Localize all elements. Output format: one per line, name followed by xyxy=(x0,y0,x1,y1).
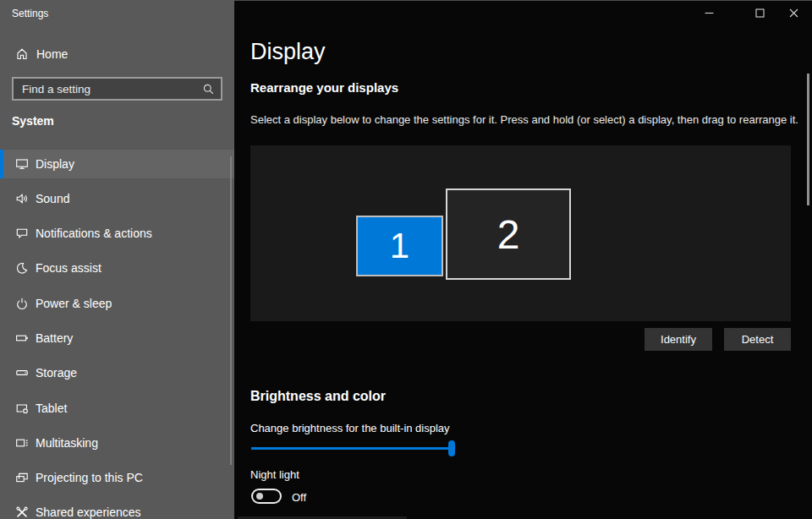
night-light-label: Night light xyxy=(250,468,299,481)
sidebar-item-shared-experiences[interactable]: Shared experiences xyxy=(0,498,234,519)
selected-accent-bar xyxy=(0,150,3,178)
sidebar-item-label: Battery xyxy=(36,331,73,345)
notifications-icon xyxy=(15,227,29,240)
sidebar-section-system: System xyxy=(12,114,54,128)
night-light-toggle[interactable] xyxy=(251,489,282,504)
focus-assist-icon xyxy=(15,261,29,275)
rearrange-heading: Rearrange your displays xyxy=(250,80,398,95)
sidebar-item-projecting[interactable]: Projecting to this PC xyxy=(0,463,234,492)
display-icon xyxy=(15,157,29,171)
rearrange-description: Select a display below to change the set… xyxy=(250,113,798,126)
brightness-slider-label: Change brightness for the built-in displ… xyxy=(250,422,450,434)
maximize-button[interactable] xyxy=(743,0,776,25)
sidebar-item-notifications[interactable]: Notifications & actions xyxy=(0,219,234,248)
sidebar-item-label: Power & sleep xyxy=(36,297,112,310)
sidebar-item-label: Notifications & actions xyxy=(36,227,152,240)
detect-button[interactable]: Detect xyxy=(724,328,791,351)
page-title: Display xyxy=(250,39,326,65)
sidebar-item-label: Display xyxy=(36,157,74,171)
main-scrollbar[interactable] xyxy=(807,74,809,205)
search-icon[interactable] xyxy=(202,83,215,96)
monitor-1-number: 1 xyxy=(390,226,409,266)
identify-button[interactable]: Identify xyxy=(645,328,712,351)
toggle-knob xyxy=(256,493,263,500)
minimize-button[interactable] xyxy=(692,0,726,25)
monitor-2-number: 2 xyxy=(497,211,520,258)
monitor-2[interactable]: 2 xyxy=(446,188,571,280)
sidebar-item-focus-assist[interactable]: Focus assist xyxy=(0,254,234,282)
sidebar-item-display[interactable]: Display xyxy=(0,150,234,178)
search-input[interactable] xyxy=(14,79,221,99)
sidebar-item-label: Tablet xyxy=(36,402,67,415)
sidebar-item-multitasking[interactable]: Multitasking xyxy=(0,429,234,457)
search-box xyxy=(12,77,222,101)
sidebar-item-storage[interactable]: Storage xyxy=(0,358,234,387)
brightness-slider-fill xyxy=(251,447,455,450)
sidebar-item-battery[interactable]: Battery xyxy=(0,324,234,352)
brightness-heading: Brightness and color xyxy=(250,389,386,404)
close-icon xyxy=(789,8,798,18)
sidebar-item-label: Storage xyxy=(36,366,77,380)
sidebar-item-home[interactable]: Home xyxy=(0,42,234,66)
main-content: Display Rearrange your displays Select a… xyxy=(234,0,812,519)
shared-experiences-icon xyxy=(15,505,29,519)
sidebar-item-label: Projecting to this PC xyxy=(36,471,143,484)
sidebar-item-label: Home xyxy=(36,47,68,61)
storage-icon xyxy=(15,366,29,380)
battery-icon xyxy=(15,331,29,345)
maximize-icon xyxy=(755,8,765,18)
night-light-state: Off xyxy=(292,491,306,504)
sidebar-item-tablet[interactable]: Tablet xyxy=(0,394,234,423)
app-title: Settings xyxy=(12,8,48,19)
settings-window: Settings Home System Display xyxy=(0,0,812,519)
sidebar: Settings Home System Display xyxy=(0,0,234,519)
sound-icon xyxy=(15,192,29,205)
minimize-icon xyxy=(705,8,714,18)
sidebar-item-label: Shared experiences xyxy=(36,505,141,519)
brightness-slider-thumb[interactable] xyxy=(448,440,455,456)
sidebar-item-label: Focus assist xyxy=(36,261,102,275)
sidebar-item-label: Sound xyxy=(36,192,69,205)
sidebar-item-label: Multitasking xyxy=(36,436,98,450)
sidebar-scrollbar[interactable] xyxy=(230,156,232,465)
close-button[interactable] xyxy=(776,0,810,25)
monitor-1[interactable]: 1 xyxy=(356,216,443,276)
sidebar-item-power-sleep[interactable]: Power & sleep xyxy=(0,289,234,318)
tablet-icon xyxy=(15,402,29,415)
power-icon xyxy=(15,297,29,310)
sidebar-item-sound[interactable]: Sound xyxy=(0,184,234,213)
display-arrangement-panel: 1 2 xyxy=(250,145,791,321)
brightness-slider[interactable] xyxy=(251,440,455,456)
multitasking-icon xyxy=(15,436,29,450)
home-icon xyxy=(15,47,29,61)
projecting-icon xyxy=(15,471,29,484)
